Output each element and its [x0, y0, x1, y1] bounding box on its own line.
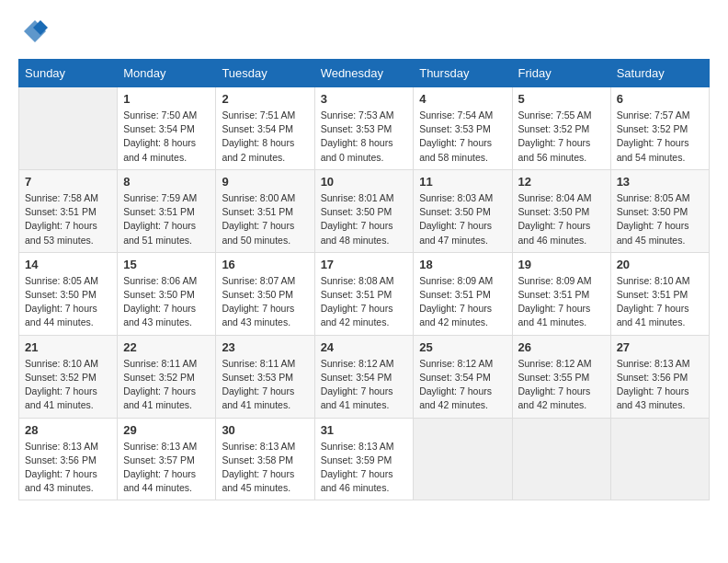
calendar-week-row: 28Sunrise: 8:13 AMSunset: 3:56 PMDayligh… — [19, 418, 710, 500]
day-number: 20 — [617, 258, 703, 271]
day-number: 15 — [123, 258, 210, 271]
day-number: 18 — [419, 258, 506, 271]
calendar-cell: 29Sunrise: 8:13 AMSunset: 3:57 PMDayligh… — [118, 418, 216, 500]
day-number: 21 — [25, 340, 111, 354]
calendar-cell: 19Sunrise: 8:09 AMSunset: 3:51 PMDayligh… — [512, 252, 610, 335]
calendar-header-row: SundayMondayTuesdayWednesdayThursdayFrid… — [19, 60, 710, 87]
calendar-cell: 17Sunrise: 8:08 AMSunset: 3:51 PMDayligh… — [314, 252, 414, 335]
calendar-cell: 21Sunrise: 8:10 AMSunset: 3:52 PMDayligh… — [19, 335, 118, 418]
page-header — [18, 18, 710, 44]
day-number: 10 — [321, 175, 408, 189]
day-info: Sunrise: 8:11 AMSunset: 3:53 PMDaylight:… — [222, 357, 308, 413]
calendar-cell: 27Sunrise: 8:13 AMSunset: 3:56 PMDayligh… — [610, 335, 709, 418]
day-number: 27 — [617, 340, 703, 354]
day-number: 7 — [25, 175, 111, 189]
day-info: Sunrise: 8:13 AMSunset: 3:56 PMDaylight:… — [617, 357, 703, 413]
calendar-cell: 25Sunrise: 8:12 AMSunset: 3:54 PMDayligh… — [414, 335, 512, 418]
calendar-header-sunday: Sunday — [19, 60, 118, 87]
calendar-header-saturday: Saturday — [610, 60, 709, 87]
day-number: 13 — [617, 175, 703, 189]
calendar-cell: 13Sunrise: 8:05 AMSunset: 3:50 PMDayligh… — [610, 169, 709, 252]
day-info: Sunrise: 8:06 AMSunset: 3:50 PMDaylight:… — [123, 274, 210, 330]
day-info: Sunrise: 8:05 AMSunset: 3:50 PMDaylight:… — [25, 274, 111, 330]
calendar-header-monday: Monday — [118, 60, 216, 87]
calendar-cell: 6Sunrise: 7:57 AMSunset: 3:52 PMDaylight… — [610, 87, 709, 170]
day-number: 5 — [518, 92, 605, 106]
calendar-cell — [610, 418, 709, 500]
day-number: 2 — [222, 92, 308, 106]
calendar-cell — [414, 418, 512, 500]
day-info: Sunrise: 8:01 AMSunset: 3:50 PMDaylight:… — [321, 191, 408, 247]
day-number: 11 — [419, 175, 506, 189]
calendar-table: SundayMondayTuesdayWednesdayThursdayFrid… — [18, 59, 710, 500]
day-info: Sunrise: 8:12 AMSunset: 3:54 PMDaylight:… — [321, 357, 408, 413]
calendar-cell: 28Sunrise: 8:13 AMSunset: 3:56 PMDayligh… — [19, 418, 118, 500]
calendar-cell: 31Sunrise: 8:13 AMSunset: 3:59 PMDayligh… — [314, 418, 414, 500]
calendar-header-thursday: Thursday — [414, 60, 512, 87]
calendar-cell: 8Sunrise: 7:59 AMSunset: 3:51 PMDaylight… — [118, 169, 216, 252]
calendar-cell: 4Sunrise: 7:54 AMSunset: 3:53 PMDaylight… — [414, 87, 512, 170]
day-info: Sunrise: 7:58 AMSunset: 3:51 PMDaylight:… — [25, 191, 111, 247]
day-info: Sunrise: 7:51 AMSunset: 3:54 PMDaylight:… — [222, 109, 308, 165]
day-info: Sunrise: 8:12 AMSunset: 3:54 PMDaylight:… — [419, 357, 506, 413]
calendar-cell — [19, 87, 118, 170]
calendar-cell: 15Sunrise: 8:06 AMSunset: 3:50 PMDayligh… — [118, 252, 216, 335]
day-info: Sunrise: 8:05 AMSunset: 3:50 PMDaylight:… — [617, 191, 703, 247]
day-info: Sunrise: 8:08 AMSunset: 3:51 PMDaylight:… — [321, 274, 408, 330]
day-number: 22 — [123, 340, 210, 354]
calendar-cell — [512, 418, 610, 500]
day-info: Sunrise: 8:09 AMSunset: 3:51 PMDaylight:… — [518, 274, 605, 330]
day-number: 29 — [123, 423, 210, 437]
day-number: 24 — [321, 340, 408, 354]
day-info: Sunrise: 7:53 AMSunset: 3:53 PMDaylight:… — [321, 109, 408, 165]
calendar-week-row: 14Sunrise: 8:05 AMSunset: 3:50 PMDayligh… — [19, 252, 710, 335]
day-number: 4 — [419, 92, 506, 106]
day-info: Sunrise: 8:12 AMSunset: 3:55 PMDaylight:… — [518, 357, 605, 413]
calendar-cell: 18Sunrise: 8:09 AMSunset: 3:51 PMDayligh… — [414, 252, 512, 335]
day-number: 3 — [321, 92, 408, 106]
calendar-week-row: 7Sunrise: 7:58 AMSunset: 3:51 PMDaylight… — [19, 169, 710, 252]
day-info: Sunrise: 8:13 AMSunset: 3:58 PMDaylight:… — [222, 440, 308, 496]
day-info: Sunrise: 7:54 AMSunset: 3:53 PMDaylight:… — [419, 109, 506, 165]
day-info: Sunrise: 7:55 AMSunset: 3:52 PMDaylight:… — [518, 109, 605, 165]
calendar-cell: 22Sunrise: 8:11 AMSunset: 3:52 PMDayligh… — [118, 335, 216, 418]
calendar-cell: 24Sunrise: 8:12 AMSunset: 3:54 PMDayligh… — [314, 335, 414, 418]
day-number: 23 — [222, 340, 308, 354]
calendar-cell: 23Sunrise: 8:11 AMSunset: 3:53 PMDayligh… — [216, 335, 314, 418]
day-number: 12 — [518, 175, 605, 189]
day-number: 8 — [123, 175, 210, 189]
day-info: Sunrise: 8:11 AMSunset: 3:52 PMDaylight:… — [123, 357, 210, 413]
day-info: Sunrise: 8:13 AMSunset: 3:59 PMDaylight:… — [321, 440, 408, 496]
day-number: 16 — [222, 258, 308, 271]
calendar-week-row: 21Sunrise: 8:10 AMSunset: 3:52 PMDayligh… — [19, 335, 710, 418]
day-info: Sunrise: 7:50 AMSunset: 3:54 PMDaylight:… — [123, 109, 210, 165]
day-number: 1 — [123, 92, 210, 106]
calendar-cell: 1Sunrise: 7:50 AMSunset: 3:54 PMDaylight… — [118, 87, 216, 170]
calendar-cell: 5Sunrise: 7:55 AMSunset: 3:52 PMDaylight… — [512, 87, 610, 170]
calendar-week-row: 1Sunrise: 7:50 AMSunset: 3:54 PMDaylight… — [19, 87, 710, 170]
calendar-header-friday: Friday — [512, 60, 610, 87]
day-info: Sunrise: 8:13 AMSunset: 3:57 PMDaylight:… — [123, 440, 210, 496]
calendar-cell: 12Sunrise: 8:04 AMSunset: 3:50 PMDayligh… — [512, 169, 610, 252]
calendar-cell: 14Sunrise: 8:05 AMSunset: 3:50 PMDayligh… — [19, 252, 118, 335]
day-number: 9 — [222, 175, 308, 189]
day-number: 19 — [518, 258, 605, 271]
calendar-cell: 10Sunrise: 8:01 AMSunset: 3:50 PMDayligh… — [314, 169, 414, 252]
day-info: Sunrise: 8:00 AMSunset: 3:51 PMDaylight:… — [222, 191, 308, 247]
calendar-cell: 16Sunrise: 8:07 AMSunset: 3:50 PMDayligh… — [216, 252, 314, 335]
calendar-cell: 7Sunrise: 7:58 AMSunset: 3:51 PMDaylight… — [19, 169, 118, 252]
day-info: Sunrise: 8:10 AMSunset: 3:51 PMDaylight:… — [617, 274, 703, 330]
logo-icon — [22, 18, 48, 44]
day-number: 14 — [25, 258, 111, 271]
day-number: 30 — [222, 423, 308, 437]
calendar-cell: 9Sunrise: 8:00 AMSunset: 3:51 PMDaylight… — [216, 169, 314, 252]
day-info: Sunrise: 7:57 AMSunset: 3:52 PMDaylight:… — [617, 109, 703, 165]
day-info: Sunrise: 8:09 AMSunset: 3:51 PMDaylight:… — [419, 274, 506, 330]
calendar-cell: 11Sunrise: 8:03 AMSunset: 3:50 PMDayligh… — [414, 169, 512, 252]
day-info: Sunrise: 8:10 AMSunset: 3:52 PMDaylight:… — [25, 357, 111, 413]
calendar-cell: 20Sunrise: 8:10 AMSunset: 3:51 PMDayligh… — [610, 252, 709, 335]
day-number: 26 — [518, 340, 605, 354]
day-number: 25 — [419, 340, 506, 354]
day-info: Sunrise: 8:03 AMSunset: 3:50 PMDaylight:… — [419, 191, 506, 247]
logo — [18, 18, 48, 44]
